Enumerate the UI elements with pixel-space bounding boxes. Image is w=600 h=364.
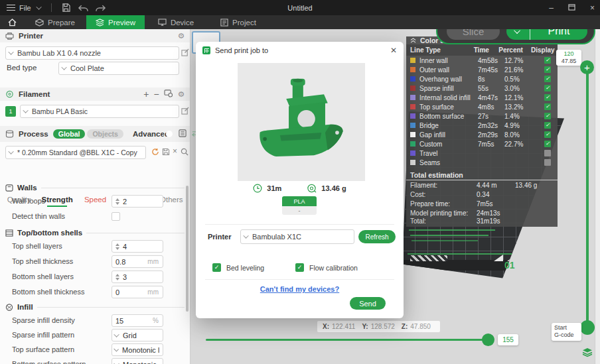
filament-spool-icon	[5, 90, 14, 98]
file-menu[interactable]: File	[7, 4, 31, 12]
detect-thin-walls-checkbox[interactable]	[112, 212, 120, 221]
maximize-button[interactable]	[568, 3, 575, 13]
cant-find-devices-link[interactable]: Can't find my devices?	[196, 285, 404, 293]
sidebar-scrollbar[interactable]	[186, 186, 188, 312]
layer-slider-tooltip: 120 47.85	[556, 50, 581, 66]
display-checkbox[interactable]	[544, 66, 551, 73]
close-button[interactable]: ×	[590, 3, 595, 13]
tab-preview-active[interactable]: Preview	[86, 15, 145, 29]
line-type-legend-panel: Color Scheme Line Type Time Percent Disp…	[406, 36, 558, 227]
display-checkbox[interactable]	[544, 150, 551, 156]
sparse-infill-pattern-select[interactable]: Grid	[112, 329, 163, 341]
display-checkbox[interactable]	[544, 113, 551, 119]
refresh-button[interactable]: Refresh	[358, 230, 396, 243]
tab-device[interactable]: Device	[145, 15, 207, 29]
infill-icon	[5, 304, 13, 311]
dialog-close-icon[interactable]: ✕	[390, 46, 397, 55]
global-toggle[interactable]: Global	[53, 129, 86, 139]
spinner-arrows[interactable]	[115, 243, 119, 250]
layer-number: 120	[556, 50, 581, 58]
bed-leveling-checkbox[interactable]: ✓	[212, 263, 221, 272]
move-slider-track[interactable]	[206, 339, 490, 341]
process-section-header: Process Global Objects Advanced	[0, 126, 190, 142]
layers-icon[interactable]	[582, 347, 593, 359]
chevron-down-icon	[61, 64, 66, 70]
display-checkbox[interactable]	[544, 57, 551, 64]
display-checkbox[interactable]	[544, 103, 551, 110]
send-button[interactable]: Send	[350, 297, 386, 310]
save-preset-icon[interactable]	[162, 148, 170, 157]
flow-calibration-checkbox[interactable]: ✓	[295, 263, 304, 272]
print-weight: 13.46 g	[307, 184, 346, 193]
flow-calibration-option[interactable]: ✓ Flow calibration	[295, 263, 358, 272]
print-stats: 31m 13.46 g	[196, 184, 404, 193]
move-slider-handle[interactable]	[482, 334, 494, 346]
file-menu-chevron-icon[interactable]	[36, 4, 41, 9]
bed-leveling-option[interactable]: ✓ Bed leveling	[212, 263, 264, 272]
reset-preset-icon[interactable]	[151, 148, 159, 157]
bed-type-select[interactable]: Cool Plate	[58, 62, 179, 75]
filament-edit-icon[interactable]	[181, 107, 189, 116]
ams-slot-value[interactable]: -	[282, 206, 317, 215]
save-button[interactable]	[61, 3, 72, 13]
line-type-swatch	[410, 151, 415, 156]
printer-edit-icon[interactable]	[181, 48, 189, 58]
spinner-arrows[interactable]	[115, 274, 119, 280]
display-checkbox[interactable]	[544, 131, 551, 138]
line-type-row: Bridge2m32s4.9%	[406, 121, 558, 130]
sparse-infill-density-input[interactable]: 15 %	[112, 314, 163, 327]
target-printer-select[interactable]: Bambulab X1C	[240, 229, 354, 244]
filament-slot-badge[interactable]: 1	[5, 106, 16, 117]
minimize-button[interactable]: –	[549, 3, 554, 13]
remove-filament-button[interactable]: −	[154, 89, 159, 99]
home-icon	[8, 19, 17, 27]
bottom-shell-layers-input[interactable]: 3	[112, 271, 163, 283]
printer-settings-gear-icon[interactable]: ⚙	[178, 31, 185, 40]
divider	[51, 3, 52, 12]
dialog-divider	[205, 224, 394, 225]
undo-button[interactable]	[78, 3, 89, 13]
tab-home[interactable]	[0, 15, 24, 29]
display-checkbox[interactable]	[544, 76, 551, 82]
ams-sync-icon[interactable]	[164, 90, 173, 99]
parameter-table-icon[interactable]	[179, 129, 187, 139]
bambu-studio-window: File Untitled – ×	[0, 0, 600, 364]
layer-slider-top-handle[interactable]: +	[580, 60, 594, 74]
main-tab-bar: Prepare Preview Device Project	[0, 15, 600, 29]
process-preset-select[interactable]: * 0.20mm Standard @BBL X1C - Copy	[5, 146, 146, 159]
top-shell-thickness-input[interactable]: 0.8 mm	[112, 255, 163, 268]
line-type-row: Custom7m5s22.7%	[406, 139, 558, 149]
display-checkbox[interactable]	[544, 85, 551, 91]
collapse-icon[interactable]	[410, 38, 416, 43]
display-checkbox[interactable]	[544, 94, 551, 101]
line-type-row: Overhang wall8s0.5%	[406, 74, 558, 84]
spinner-arrows[interactable]	[115, 198, 119, 205]
objects-toggle[interactable]: Objects	[87, 129, 123, 139]
delete-preset-icon[interactable]: ×	[173, 147, 177, 156]
layer-slider-track[interactable]	[586, 68, 589, 328]
printer-select[interactable]: Bambu Lab X1 0.4 nozzle	[5, 46, 179, 60]
display-checkbox[interactable]	[544, 122, 551, 129]
filament-select[interactable]: Bambu PLA Basic	[20, 105, 179, 118]
wall-loops-input[interactable]: 2	[112, 195, 163, 208]
line-type-row: Gap infill2m29s8.0%	[406, 130, 558, 139]
top-shell-layers-input[interactable]: 4	[112, 240, 163, 253]
layer-slider-bottom-handle[interactable]	[580, 320, 595, 335]
tab-prepare[interactable]: Prepare	[24, 15, 86, 29]
bottom-shell-thickness-input[interactable]: 0 mm	[112, 286, 163, 298]
top-surface-pattern-select[interactable]: Monotonic li...	[112, 343, 163, 356]
redo-button[interactable]	[96, 3, 106, 13]
add-filament-button[interactable]: +	[143, 89, 149, 99]
line-type-row: Internal solid infill4m47s12.1%	[406, 93, 558, 102]
bottom-surface-pattern-select[interactable]: Monotonic	[112, 358, 163, 364]
display-checkbox[interactable]	[544, 159, 551, 166]
process-icon	[5, 130, 14, 138]
filament-type-badge[interactable]: PLA	[282, 196, 317, 206]
viewport-edge-strip	[595, 29, 600, 364]
tab-project[interactable]: Project	[207, 15, 269, 29]
search-preset-icon[interactable]	[181, 148, 188, 157]
chevron-down-icon	[8, 149, 13, 154]
send-print-job-dialog: Send print job to ✕	[196, 42, 404, 318]
filament-settings-gear-icon[interactable]: ⚙	[178, 90, 185, 99]
display-checkbox[interactable]	[544, 141, 551, 147]
